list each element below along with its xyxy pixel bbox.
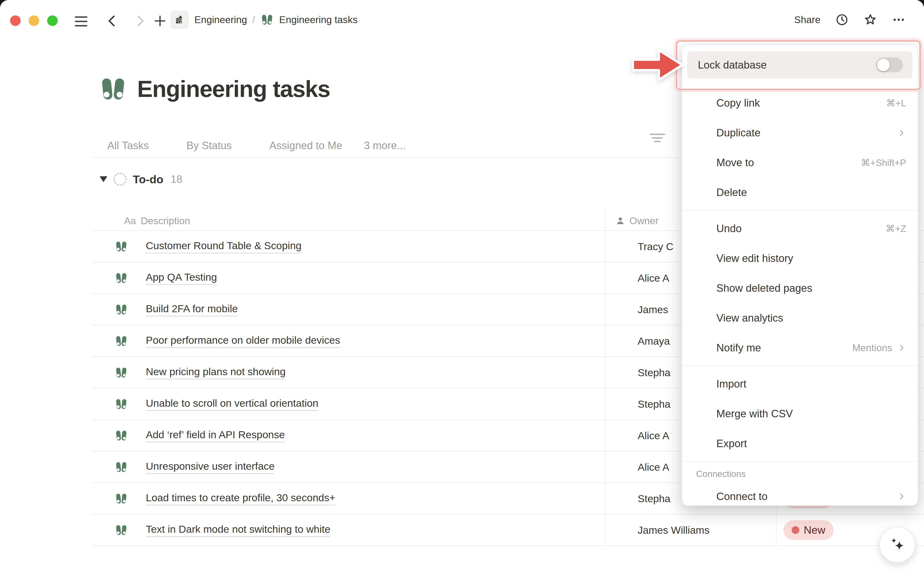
menu-item-trailing-value: Mentions: [852, 342, 892, 353]
sidebar-toggle-icon[interactable]: [74, 14, 89, 29]
view-tab-icon: [92, 140, 103, 151]
task-title-link[interactable]: Unresponsive user interface: [146, 460, 274, 474]
menu-item-shortcut: ⌘+Z: [885, 223, 906, 234]
menu-item[interactable]: Export: [682, 429, 918, 458]
traffic-lights: [10, 15, 58, 26]
share-button[interactable]: Share: [794, 14, 821, 26]
filter-icon[interactable]: [650, 134, 669, 146]
column-header-owner[interactable]: Owner: [615, 211, 659, 231]
menu-item-trailing: ⌘+Z: [885, 223, 906, 234]
text-property-icon: Aa: [124, 216, 136, 226]
menu-item[interactable]: View analytics: [682, 303, 918, 333]
menu-item-icon: [696, 378, 708, 390]
menu-item-label: Move to: [716, 156, 754, 169]
toggle-knob: [877, 59, 890, 71]
task-title-link[interactable]: Poor performance on older mobile devices: [146, 334, 340, 348]
menu-item[interactable]: Duplicate: [682, 118, 918, 148]
group-header: To-do 18: [100, 168, 182, 190]
status-badge[interactable]: New: [784, 520, 834, 540]
menu-item[interactable]: Merge with CSV: [682, 399, 918, 429]
column-header-description[interactable]: Aa Description: [124, 211, 190, 231]
edit-history-icon[interactable]: [835, 13, 849, 27]
task-title-link[interactable]: Text in Dark mode not switching to white: [146, 523, 331, 537]
row-page-binoculars-icon: [114, 397, 128, 411]
owner-name[interactable]: Stepha: [638, 367, 670, 378]
menu-item[interactable]: View edit history: [682, 243, 918, 273]
menu-item-icon: [696, 342, 708, 353]
menu-section: Undo ⌘+Z View edit history: [682, 214, 918, 366]
menu-item-label: Merge with CSV: [716, 408, 793, 420]
owner-name[interactable]: Amaya: [638, 335, 670, 347]
row-page-binoculars-icon: [114, 334, 128, 348]
owner-avatar: [615, 301, 631, 318]
view-tab[interactable]: Assigned to Me: [253, 134, 342, 157]
new-tab-icon[interactable]: [153, 13, 168, 28]
task-title-link[interactable]: New pricing plans not showing: [146, 366, 285, 379]
minimize-window-button[interactable]: [29, 15, 39, 26]
menu-section: Connections Connect to: [682, 465, 918, 506]
row-page-binoculars-icon: [114, 366, 128, 379]
menu-item[interactable]: Move to ⌘+Shift+P: [682, 148, 918, 177]
status-dot-icon: [792, 526, 799, 534]
owner-name[interactable]: Alice A: [638, 430, 669, 442]
menu-item-label: View edit history: [716, 252, 793, 264]
menu-item-label: Show deleted pages: [716, 282, 812, 294]
owner-name[interactable]: James: [638, 303, 668, 315]
owner-name[interactable]: Stepha: [638, 493, 670, 504]
owner-name[interactable]: Alice A: [638, 461, 669, 473]
view-tab-icon: [253, 140, 265, 151]
owner-name[interactable]: James Williams: [638, 524, 710, 536]
menu-item[interactable]: Notify me Mentions: [682, 333, 918, 363]
row-page-binoculars-icon: [114, 429, 128, 442]
workspace-chip[interactable]: [170, 11, 189, 29]
column-owner-label: Owner: [629, 215, 659, 227]
owner-name[interactable]: Alice A: [638, 272, 669, 284]
page-icon-binoculars[interactable]: [98, 74, 127, 103]
view-tab-label: Assigned to Me: [269, 140, 342, 152]
menu-item[interactable]: Show deleted pages: [682, 273, 918, 303]
breadcrumb-workspace[interactable]: Engineering: [194, 14, 247, 26]
status-label: New: [804, 524, 826, 536]
menu-item[interactable]: Import: [682, 369, 918, 399]
menu-item[interactable]: Copy link ⌘+L: [682, 88, 918, 118]
task-title-link[interactable]: Build 2FA for mobile: [146, 303, 238, 316]
menu-item-label: Notify me: [716, 342, 761, 354]
table-row[interactable]: Text in Dark mode not switching to white…: [92, 514, 924, 546]
chevron-right-icon: [897, 128, 906, 137]
menu-item-label: Copy link: [716, 97, 760, 109]
menu-item-icon: [696, 408, 708, 419]
lock-database-row[interactable]: Lock database: [687, 52, 913, 78]
task-title-link[interactable]: Customer Round Table & Scoping: [146, 240, 302, 253]
close-window-button[interactable]: [10, 15, 21, 26]
menu-item[interactable]: Connect to: [682, 482, 918, 506]
nav-back-icon[interactable]: [105, 13, 120, 28]
owner-name[interactable]: Tracy C: [638, 240, 674, 252]
page-header: Engineering tasks: [98, 74, 330, 103]
column-divider: [605, 211, 606, 546]
menu-item-label: Delete: [716, 186, 747, 198]
nav-forward-icon[interactable]: [132, 13, 147, 28]
zoom-window-button[interactable]: [47, 15, 58, 26]
menu-item-trailing: [897, 492, 906, 501]
owner-avatar: [615, 270, 631, 286]
task-title-link[interactable]: Unable to scroll on vertical orientation: [146, 397, 318, 411]
owner-name[interactable]: Stepha: [638, 398, 670, 410]
group-count: 18: [171, 173, 182, 185]
more-options-icon[interactable]: [892, 13, 906, 27]
collapse-triangle-icon[interactable]: [100, 176, 107, 182]
breadcrumb-page[interactable]: Engineering tasks: [279, 14, 358, 26]
task-title-link[interactable]: Load times to create profile, 30 seconds…: [146, 492, 335, 505]
more-views-button[interactable]: 3 more...: [364, 140, 406, 152]
notion-window: Engineering / Engineering tasks Share En…: [0, 0, 924, 577]
menu-section: Import Merge with CSV Expo: [682, 369, 918, 462]
ai-assistant-button[interactable]: [879, 527, 915, 563]
view-tab[interactable]: All Tasks: [92, 134, 149, 157]
menu-divider: [682, 366, 918, 366]
lock-database-toggle[interactable]: [876, 58, 903, 73]
task-title-link[interactable]: Add ‘ref’ field in API Response: [146, 429, 285, 442]
view-tab[interactable]: By Status: [171, 134, 232, 157]
favorite-star-icon[interactable]: [863, 13, 877, 27]
menu-item[interactable]: Undo ⌘+Z: [682, 214, 918, 243]
task-title-link[interactable]: App QA Testing: [146, 271, 217, 285]
menu-item[interactable]: Delete: [682, 177, 918, 207]
